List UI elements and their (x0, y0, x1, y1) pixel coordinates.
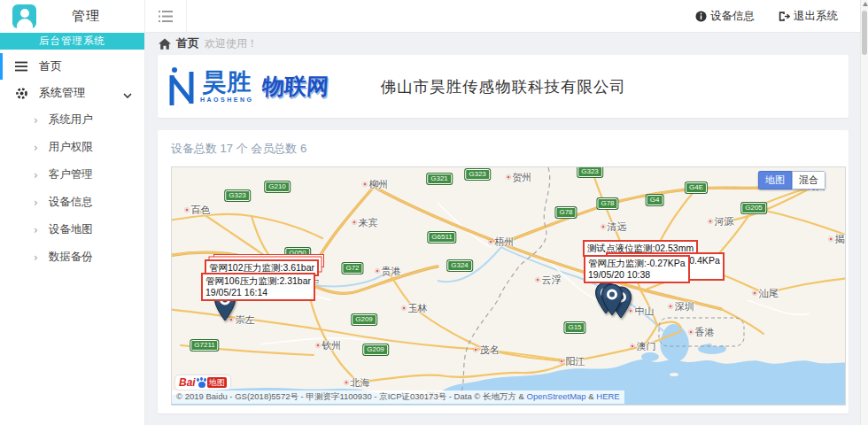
city-dot-icon (560, 359, 564, 364)
content-area: 首页 欢迎使用！ 昊胜 HAOSHENG 物联网 佛山市昊胜传感物联科技有限公司 (144, 33, 868, 425)
city-dot-icon (631, 344, 635, 349)
logout-button[interactable]: 退出系统 (778, 9, 838, 24)
road-badge: G4 (647, 195, 663, 205)
sidebar-item-label: 首页 (39, 58, 62, 74)
sidebar-item-system-mgmt[interactable]: 系统管理 (0, 80, 144, 106)
road-badge: G15 (564, 322, 585, 333)
sidebar-menu: 首页 系统管理 ›系统用户›用户权限›客户管理›设备信息›设备地图›数据备份 (0, 50, 144, 271)
logo-en: HAOSHENG (200, 97, 253, 103)
device-tooltip: 管网106压力监测:2.31bar19/05/21 16:14 (201, 273, 315, 301)
city-label: 百色 (185, 204, 211, 217)
sidebar-subitem-label: 设备地图 (49, 222, 93, 237)
city-label: 清远 (601, 220, 627, 234)
user-avatar[interactable] (12, 4, 36, 28)
sidebar-subitem-客户管理[interactable]: ›客户管理 (0, 161, 144, 189)
map-canvas[interactable]: G323G210G050G72G321G323G323G78G78G6511G3… (171, 166, 846, 406)
openstreetmap-link[interactable]: OpenStreetMap (527, 391, 586, 401)
attribution-amp: & (586, 391, 597, 401)
road-badge: G4E (686, 182, 707, 193)
city-dot-icon (753, 291, 757, 296)
city-label: 贺州 (507, 171, 532, 184)
city-dot-icon (376, 269, 380, 274)
chevron-right-icon: › (34, 142, 38, 154)
road-badge: G321 (427, 174, 452, 184)
city-label: 贵港 (376, 265, 401, 278)
logout-label: 退出系统 (794, 9, 838, 24)
header-actions: 设备信息 退出系统 (695, 9, 868, 24)
map-card: 设备总数 17 个 会员总数 6 (158, 130, 849, 413)
city-dot-icon (536, 278, 540, 282)
chevron-right-icon: › (34, 251, 38, 264)
city-dot-icon (689, 330, 694, 335)
company-name: 佛山市昊胜传感物联科技有限公司 (380, 76, 626, 97)
city-dot-icon (316, 344, 321, 348)
brand-bar: 管理 (0, 0, 144, 33)
sidebar-item-home[interactable]: 首页 (0, 53, 144, 80)
top-header: 设备信息 退出系统 (144, 0, 868, 33)
chevron-right-icon: › (34, 169, 38, 182)
road-badge: G205 (741, 203, 766, 213)
sidebar-subitem-label: 系统用户 (49, 112, 93, 128)
scroll-up-arrow-icon[interactable] (863, 2, 868, 6)
city-label: 香港 (689, 326, 715, 339)
road-badge: G78 (597, 198, 617, 209)
city-dot-icon (185, 208, 190, 212)
road-badge: G323 (465, 169, 490, 180)
city-label: 深圳 (669, 300, 694, 313)
chevron-right-icon: › (34, 197, 38, 209)
city-label: 澳门 (631, 340, 656, 353)
collapse-menu-button[interactable] (144, 0, 187, 32)
baidu-maps-logo: Bai 地图 (175, 375, 230, 390)
here-link[interactable]: HERE (596, 391, 619, 401)
city-label: 茂名 (474, 344, 500, 357)
map-type-地图[interactable]: 地图 (758, 171, 792, 189)
sidebar-subitem-数据备份[interactable]: ›数据备份 (0, 243, 144, 271)
city-dot-icon (507, 175, 511, 180)
road-badge: G323 (577, 166, 602, 177)
city-label: 河源 (709, 215, 734, 228)
city-dot-icon (363, 182, 368, 187)
page-scrollbar[interactable] (860, 0, 868, 425)
company-logo: 昊胜 HAOSHENG 物联网 (168, 66, 329, 107)
map-type-混合[interactable]: 混合 (792, 171, 825, 189)
city-dot-icon (601, 225, 606, 229)
logo-text-block: 昊胜 HAOSHENG (200, 71, 253, 103)
device-tooltip: 管网压力监测:-0.27KPa19/05/20 10:38 (584, 255, 690, 283)
city-dot-icon (669, 305, 673, 309)
breadcrumb-home[interactable]: 首页 (176, 35, 199, 51)
gear-icon (14, 86, 28, 100)
home-icon (159, 38, 171, 50)
map-attribution: © 2019 Baidu - GS(2018)5572号 - 甲测资字11009… (172, 390, 624, 404)
baidu-paw-icon (197, 378, 206, 388)
sidebar-subitem-系统用户[interactable]: ›系统用户 (0, 106, 144, 134)
map-type-control: 地图混合 (758, 171, 825, 189)
baidu-map-word: 地图 (207, 377, 227, 388)
sidebar-subitem-设备地图[interactable]: ›设备地图 (0, 216, 144, 243)
city-label: 北海 (345, 376, 370, 390)
app-subtitle: 后台管理系统 (0, 33, 144, 50)
city-dot-icon (345, 381, 349, 385)
sidebar-subitem-label: 设备信息 (49, 195, 93, 210)
sidebar-subitem-设备信息[interactable]: ›设备信息 (0, 189, 144, 216)
device-info-button[interactable]: 设备信息 (695, 9, 755, 24)
road-badge: G6511 (428, 232, 455, 243)
sidebar-subitem-label: 数据备份 (49, 250, 93, 265)
sidebar-subitem-用户权限[interactable]: ›用户权限 (0, 134, 144, 161)
breadcrumb: 首页 欢迎使用！ (144, 33, 868, 54)
sidebar-subitem-label: 客户管理 (49, 167, 93, 182)
scrollbar-thumb[interactable] (862, 11, 867, 55)
sidebar: 管理 后台管理系统 首页 系统管理 ›系统用户›用户权限›客户管理›设备信息›设… (0, 0, 144, 425)
device-info-label: 设备信息 (710, 9, 755, 24)
city-dot-icon (489, 240, 493, 244)
chevron-right-icon: › (34, 224, 38, 236)
city-dot-icon (353, 220, 357, 225)
city-dot-icon (402, 306, 407, 311)
welcome-text: 欢迎使用！ (205, 36, 258, 51)
totals-text: 设备总数 17 个 会员总数 6 (171, 141, 849, 157)
device-pin-icon[interactable] (601, 283, 624, 317)
city-label: 钦州 (316, 339, 342, 352)
city-label: 玉林 (402, 302, 428, 315)
city-label: 梧州 (489, 236, 515, 249)
road-badge: G78 (555, 207, 576, 218)
attribution-text: © 2019 Baidu - GS(2018)5572号 - 甲测资字11009… (176, 391, 527, 401)
